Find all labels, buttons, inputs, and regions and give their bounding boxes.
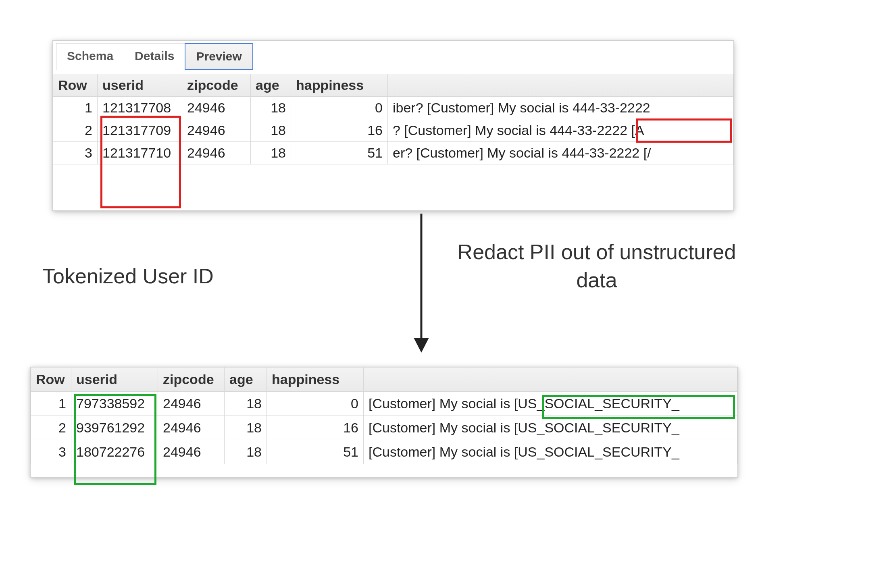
label-redact-pii: Redact PII out of unstructured data bbox=[456, 238, 738, 294]
table-row: 3 180722276 24946 18 51 [Customer] My so… bbox=[31, 440, 737, 464]
tab-preview[interactable]: Preview bbox=[185, 43, 253, 70]
tab-schema[interactable]: Schema bbox=[56, 43, 124, 70]
cell-happiness: 0 bbox=[291, 97, 388, 119]
col-header-zipcode: zipcode bbox=[182, 74, 251, 97]
cell-row: 2 bbox=[53, 119, 98, 142]
cell-text: ? [Customer] My social is 444-33-2222 [A bbox=[388, 119, 733, 142]
table-row: 3 121317710 24946 18 51 er? [Customer] M… bbox=[53, 142, 733, 164]
cell-userid: 121317709 bbox=[98, 119, 182, 142]
col-header-userid: userid bbox=[71, 368, 158, 392]
cell-text: iber? [Customer] My social is 444-33-222… bbox=[388, 97, 733, 119]
table-header-row: Row userid zipcode age happiness bbox=[53, 74, 733, 97]
cell-row: 1 bbox=[31, 392, 71, 416]
col-header-zipcode: zipcode bbox=[158, 368, 225, 392]
cell-userid: 939761292 bbox=[71, 416, 158, 440]
col-header-userid: userid bbox=[98, 74, 182, 97]
cell-zipcode: 24946 bbox=[182, 97, 251, 119]
cell-row: 1 bbox=[53, 97, 98, 119]
cell-age: 18 bbox=[251, 142, 291, 164]
cell-happiness: 51 bbox=[267, 440, 364, 464]
cell-age: 18 bbox=[225, 416, 267, 440]
table-row: 2 121317709 24946 18 16 ? [Customer] My … bbox=[53, 119, 733, 142]
after-panel: Row userid zipcode age happiness 1 79733… bbox=[30, 367, 738, 478]
cell-zipcode: 24946 bbox=[182, 142, 251, 164]
col-header-text bbox=[388, 74, 733, 97]
cell-text: [Customer] My social is [US_SOCIAL_SECUR… bbox=[364, 392, 737, 416]
label-tokenized-userid: Tokenized User ID bbox=[42, 264, 214, 288]
arrow-down-icon bbox=[407, 214, 435, 355]
col-header-happiness: happiness bbox=[291, 74, 388, 97]
cell-zipcode: 24946 bbox=[158, 440, 225, 464]
col-header-row: Row bbox=[31, 368, 71, 392]
cell-userid: 180722276 bbox=[71, 440, 158, 464]
cell-row: 2 bbox=[31, 416, 71, 440]
cell-row: 3 bbox=[53, 142, 98, 164]
cell-age: 18 bbox=[225, 440, 267, 464]
cell-userid: 121317708 bbox=[98, 97, 182, 119]
svg-marker-1 bbox=[414, 338, 429, 353]
col-header-row: Row bbox=[53, 74, 98, 97]
table-row: 1 797338592 24946 18 0 [Customer] My soc… bbox=[31, 392, 737, 416]
cell-happiness: 16 bbox=[267, 416, 364, 440]
tab-details[interactable]: Details bbox=[124, 43, 185, 70]
table-row: 2 939761292 24946 18 16 [Customer] My so… bbox=[31, 416, 737, 440]
col-header-age: age bbox=[251, 74, 291, 97]
cell-happiness: 16 bbox=[291, 119, 388, 142]
table-row: 1 121317708 24946 18 0 iber? [Customer] … bbox=[53, 97, 733, 119]
before-table: Row userid zipcode age happiness 1 12131… bbox=[53, 74, 733, 164]
cell-userid: 797338592 bbox=[71, 392, 158, 416]
cell-age: 18 bbox=[225, 392, 267, 416]
cell-text: [Customer] My social is [US_SOCIAL_SECUR… bbox=[364, 440, 737, 464]
cell-happiness: 0 bbox=[267, 392, 364, 416]
col-header-text bbox=[364, 368, 737, 392]
cell-zipcode: 24946 bbox=[158, 392, 225, 416]
col-header-age: age bbox=[225, 368, 267, 392]
cell-age: 18 bbox=[251, 97, 291, 119]
cell-zipcode: 24946 bbox=[182, 119, 251, 142]
cell-row: 3 bbox=[31, 440, 71, 464]
cell-text: [Customer] My social is [US_SOCIAL_SECUR… bbox=[364, 416, 737, 440]
cell-happiness: 51 bbox=[291, 142, 388, 164]
after-table: Row userid zipcode age happiness 1 79733… bbox=[31, 367, 737, 464]
table-header-row: Row userid zipcode age happiness bbox=[31, 368, 737, 392]
cell-age: 18 bbox=[251, 119, 291, 142]
col-header-happiness: happiness bbox=[267, 368, 364, 392]
cell-zipcode: 24946 bbox=[158, 416, 225, 440]
tabs-bar: Schema Details Preview bbox=[53, 41, 733, 70]
cell-userid: 121317710 bbox=[98, 142, 182, 164]
cell-text: er? [Customer] My social is 444-33-2222 … bbox=[388, 142, 733, 164]
before-panel: Schema Details Preview Row userid zipcod… bbox=[52, 40, 734, 211]
